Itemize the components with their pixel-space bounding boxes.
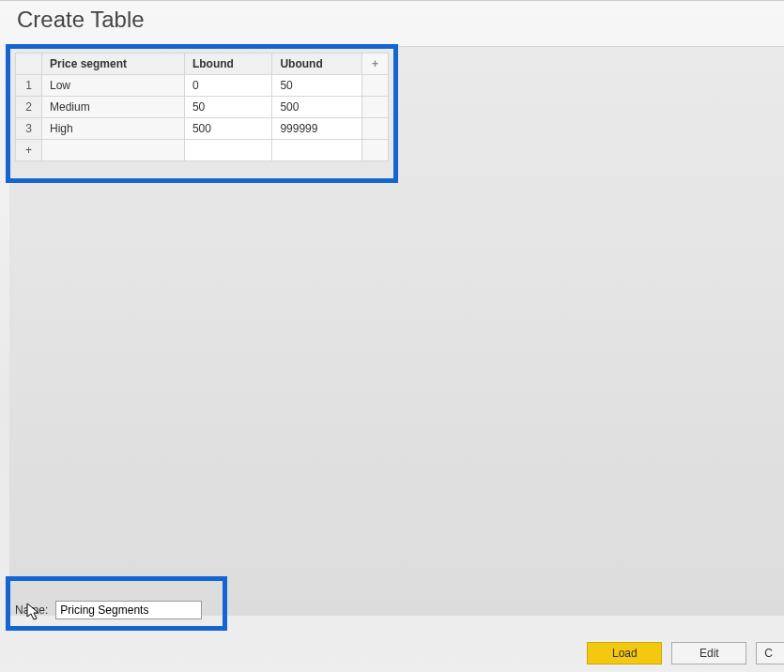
add-row-button[interactable]: +: [16, 140, 42, 161]
name-field-row: Name:: [15, 601, 202, 619]
col-header-lbound[interactable]: Lbound: [184, 53, 272, 75]
col-header-segment[interactable]: Price segment: [42, 53, 185, 75]
data-grid[interactable]: Price segment Lbound Ubound + 1 Low 0 50: [15, 53, 389, 161]
cell-segment[interactable]: Medium: [42, 97, 185, 118]
cell-segment[interactable]: Low: [42, 75, 185, 97]
cancel-button[interactable]: C: [756, 642, 784, 664]
cell-empty[interactable]: [184, 140, 272, 161]
col-header-ubound[interactable]: Ubound: [272, 53, 362, 75]
edit-button[interactable]: Edit: [671, 642, 746, 664]
create-table-dialog: Create Table Price segment Lbound Ubound…: [0, 0, 784, 672]
table-name-input[interactable]: [55, 601, 202, 619]
dialog-buttons: Load Edit C: [587, 642, 784, 664]
cell-extra[interactable]: [362, 97, 389, 118]
cell-ubound[interactable]: 999999: [272, 118, 362, 140]
cell-extra[interactable]: [362, 118, 389, 140]
cell-empty[interactable]: [362, 140, 389, 161]
dialog-title: Create Table: [0, 1, 784, 42]
cell-lbound[interactable]: 500: [184, 118, 272, 140]
data-grid-wrap: Price segment Lbound Ubound + 1 Low 0 50: [9, 47, 394, 167]
cell-ubound[interactable]: 50: [272, 75, 362, 97]
cell-ubound[interactable]: 500: [272, 97, 362, 118]
add-column-button[interactable]: +: [362, 53, 389, 75]
table-row[interactable]: 3 High 500 999999: [16, 118, 389, 140]
cell-extra[interactable]: [362, 75, 389, 97]
cell-empty[interactable]: [272, 140, 362, 161]
content-area: Price segment Lbound Ubound + 1 Low 0 50: [9, 46, 784, 616]
row-number: 1: [16, 75, 42, 97]
table-row[interactable]: 1 Low 0 50: [16, 75, 389, 97]
cell-lbound[interactable]: 50: [184, 97, 272, 118]
cell-empty[interactable]: [42, 140, 185, 161]
row-number: 2: [16, 97, 42, 118]
add-row[interactable]: +: [16, 140, 389, 161]
cell-segment[interactable]: High: [42, 118, 185, 140]
load-button[interactable]: Load: [587, 642, 662, 664]
name-label: Name:: [15, 603, 48, 617]
table-row[interactable]: 2 Medium 50 500: [16, 97, 389, 118]
cell-lbound[interactable]: 0: [184, 75, 272, 97]
row-header-blank: [16, 53, 42, 75]
row-number: 3: [16, 118, 42, 140]
